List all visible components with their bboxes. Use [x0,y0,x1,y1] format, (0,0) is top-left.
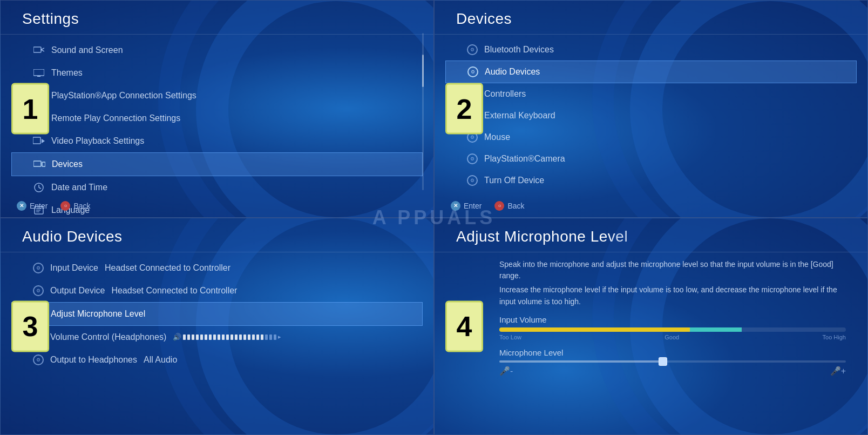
audio-row-adjust-mic[interactable]: ⚙ Adjust Microphone Level [11,302,423,326]
o-button-icon: ○ [60,201,70,211]
good-label: Good [664,334,679,340]
output-device-icon: ⚙ [33,285,44,296]
volume-control-label: Volume Control (Headphones) [50,332,166,342]
remote-play-label: Remote Play Connection Settings [51,113,180,123]
mic-plus-icon: 🎤+ [830,366,846,376]
menu-item-remote-play[interactable]: Remote Play Connection Settings [1,107,433,130]
svg-rect-14 [33,161,41,166]
vol-labels-row: Too Low Good Too High [499,334,846,340]
adjust-mic-label: Adjust Microphone Level [51,309,145,319]
ps-app-label: PlayStation®App Connection Settings [51,91,196,101]
panel-audio-devices: Audio Devices ⚙ Input Device Headset Con… [0,218,434,436]
panel2-enter-label: Enter [464,202,482,210]
adjust-mic-content: Speak into the microphone and adjust the… [435,252,867,377]
video-playback-label: Video Playback Settings [51,136,144,146]
devices-title: Devices [435,1,867,35]
mic-level-label: Microphone Level [499,348,846,357]
menu-item-controllers[interactable]: ⚙ Controllers [435,83,867,105]
svg-line-1 [41,48,44,50]
panel4-number: 4 [445,300,483,352]
too-low-label: Too Low [499,334,521,340]
input-device-value: Headset Connected to Controller [105,263,230,273]
panel-adjust-mic: Adjust Microphone Level Speak into the m… [434,218,868,436]
menu-item-date-time[interactable]: Date and Time [1,176,433,199]
svg-marker-13 [42,139,45,143]
menu-item-mouse[interactable]: ⚙ Mouse [435,126,867,148]
controllers-label: Controllers [484,89,526,99]
panel2-number: 2 [445,83,483,135]
panel2-x-icon: ✕ [451,201,460,211]
adjust-mic-title: Adjust Microphone Level [435,218,867,252]
audio-devices-label: Audio Devices [485,67,540,77]
menu-item-external-keyboard[interactable]: ⚙ External Keyboard [435,105,867,126]
mic-slider-track[interactable] [499,360,846,363]
panel-settings: Settings Sound and Screen Themes [0,0,434,218]
audio-row-volume-control[interactable]: ⚙ Volume Control (Headphones) 🔊 [1,326,433,349]
volume-bar-container: 🔊 [173,333,281,341]
audio-row-output-headphones[interactable]: ⚙ Output to Headphones All Audio [1,349,433,371]
menu-item-devices[interactable]: Devices [11,152,423,176]
svg-rect-0 [33,47,41,52]
panel2-footer: ✕ Enter ○ Back [451,201,525,211]
menu-item-video-playback[interactable]: Video Playback Settings [1,130,433,152]
devices-icon [33,158,45,170]
input-vol-yellow [499,327,690,332]
output-headphones-value: All Audio [144,355,177,365]
mic-minus-icon: 🎤- [499,366,513,376]
bluetooth-icon: ⚙ [467,44,478,55]
date-time-label: Date and Time [51,183,107,192]
input-volume-label: Input Volume [499,315,846,324]
audio-devices-icon: ⚙ [467,66,478,77]
output-device-value: Headset Connected to Controller [111,286,237,296]
audio-row-input[interactable]: ⚙ Input Device Headset Connected to Cont… [1,257,433,279]
ps-camera-icon: ⚙ [467,153,478,164]
panel1-footer: ✕ Enter ○ Back [17,201,91,211]
turn-off-icon: ⚙ [467,175,478,186]
enter-label: Enter [30,202,48,210]
audio-row-output[interactable]: ⚙ Output Device Headset Connected to Con… [1,279,433,302]
scrollbar [422,33,424,190]
svg-rect-3 [33,69,44,76]
themes-label: Themes [51,68,83,78]
menu-item-ps-camera[interactable]: ⚙ PlayStation®Camera [435,148,867,170]
audio-devices-menu: ⚙ Input Device Headset Connected to Cont… [1,252,433,376]
panel2-back-btn: ○ Back [494,201,524,211]
back-label: Back [73,202,90,210]
sound-screen-icon [33,44,45,56]
menu-item-turn-off-device[interactable]: ⚙ Turn Off Device [435,170,867,191]
mouse-label: Mouse [484,132,510,142]
panel1-number: 1 [11,83,49,135]
x-button-icon: ✕ [17,201,26,211]
volume-bar [183,334,276,340]
input-device-label: Input Device [50,263,98,273]
svg-line-2 [41,50,44,51]
adjust-mic-desc2: Increase the microphone level if the inp… [499,284,846,307]
mic-slider-fill [499,360,666,363]
enter-btn: ✕ Enter [17,201,48,211]
output-headphones-label: Output to Headphones [50,355,137,365]
menu-item-themes[interactable]: Themes [1,62,433,84]
settings-title: Settings [1,1,433,35]
devices-menu: ⚙ Bluetooth Devices ⚙ Audio Devices ⚙ Co… [435,35,867,196]
menu-item-ps-app[interactable]: PlayStation®App Connection Settings [1,84,433,107]
menu-item-audio-devices[interactable]: ⚙ Audio Devices [445,61,857,83]
date-time-icon [33,182,45,193]
menu-item-sound-screen[interactable]: Sound and Screen [1,39,433,62]
back-btn: ○ Back [60,201,90,211]
input-device-icon: ⚙ [33,263,44,273]
input-vol-teal [690,327,742,332]
ps-camera-label: PlayStation®Camera [484,154,565,164]
settings-menu: Sound and Screen Themes PlayStation®App … [1,35,433,218]
mic-icons-row: 🎤- 🎤+ [499,366,846,376]
video-playback-icon [33,135,45,147]
menu-item-bluetooth[interactable]: ⚙ Bluetooth Devices [435,39,867,61]
svg-rect-4 [37,76,40,77]
panel3-number: 3 [11,300,49,352]
panel2-o-icon: ○ [494,201,504,211]
panel2-back-label: Back [507,202,524,210]
mic-slider-thumb[interactable] [659,357,667,366]
mic-level-section: Microphone Level 🎤- 🎤+ [499,348,846,376]
external-keyboard-label: External Keyboard [484,111,555,121]
svg-rect-12 [33,137,40,144]
devices-label: Devices [52,159,83,169]
